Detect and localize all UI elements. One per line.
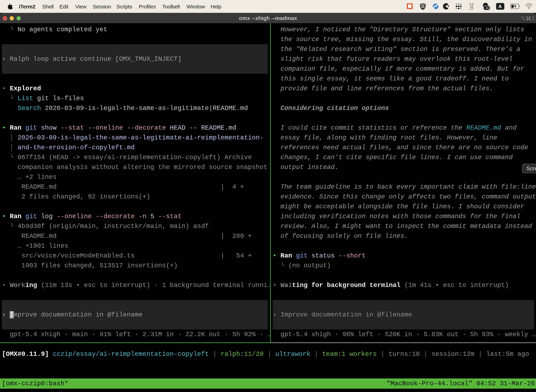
svg-text:..61: ..61: [484, 6, 489, 10]
svg-text:A: A: [498, 4, 502, 9]
